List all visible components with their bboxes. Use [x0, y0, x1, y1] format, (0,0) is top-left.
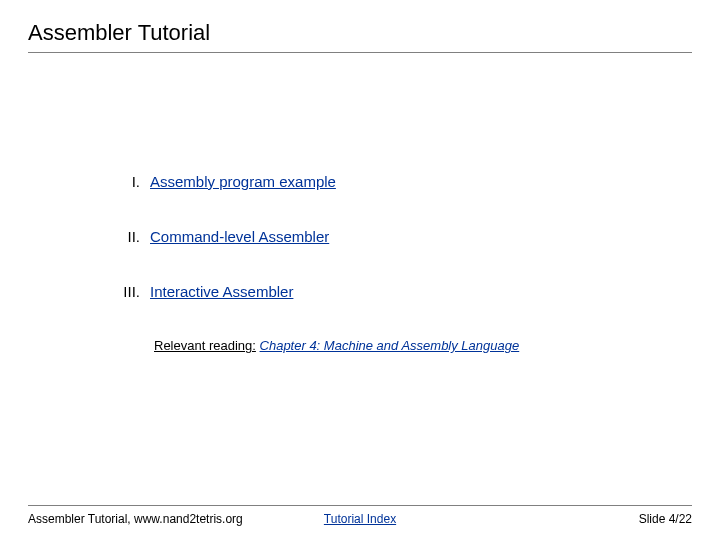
toc-number: III. [112, 283, 140, 300]
toc-item-2: II. Command-level Assembler [112, 228, 692, 245]
slide-counter: Slide 4/22 [639, 512, 692, 526]
toc-item-1: I. Assembly program example [112, 173, 692, 190]
footer-source: Assembler Tutorial, www.nand2tetris.org [28, 512, 243, 526]
relevant-reading: Relevant reading: Chapter 4: Machine and… [154, 338, 692, 353]
slide: Assembler Tutorial I. Assembly program e… [0, 0, 720, 540]
toc-link-command-level[interactable]: Command-level Assembler [150, 228, 329, 245]
footer: Assembler Tutorial, www.nand2tetris.org … [28, 505, 692, 526]
toc-number: I. [112, 173, 140, 190]
reading-label: Relevant reading: [154, 338, 256, 353]
toc-link-assembly-example[interactable]: Assembly program example [150, 173, 336, 190]
tutorial-index-link[interactable]: Tutorial Index [324, 512, 396, 526]
content-area: I. Assembly program example II. Command-… [28, 53, 692, 353]
footer-row: Assembler Tutorial, www.nand2tetris.org … [28, 512, 692, 526]
toc-link-interactive[interactable]: Interactive Assembler [150, 283, 293, 300]
toc-number: II. [112, 228, 140, 245]
toc-list: I. Assembly program example II. Command-… [112, 173, 692, 300]
reading-link-chapter-4[interactable]: Chapter 4: Machine and Assembly Language [260, 338, 520, 353]
page-title: Assembler Tutorial [28, 20, 692, 50]
toc-item-3: III. Interactive Assembler [112, 283, 692, 300]
footer-divider [28, 505, 692, 506]
